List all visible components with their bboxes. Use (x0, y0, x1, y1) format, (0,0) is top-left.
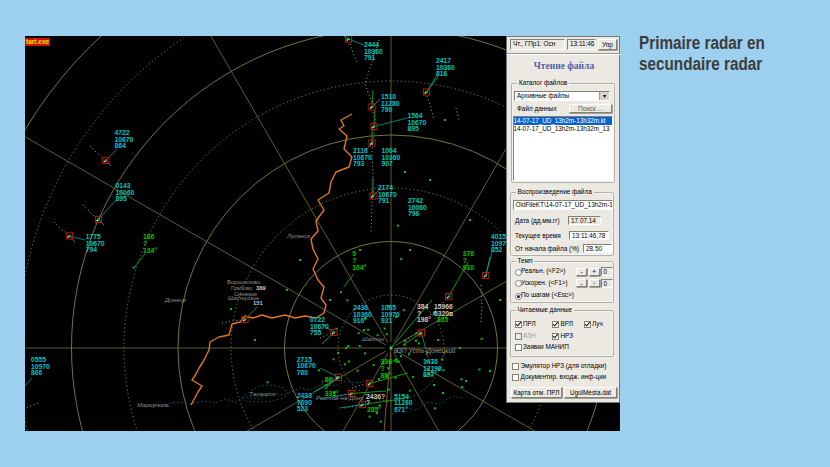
svg-text:134°: 134° (143, 247, 157, 254)
svg-text:Шахты: Шахты (362, 335, 384, 342)
svg-text:916°: 916° (353, 317, 367, 324)
svg-text:971°: 971° (394, 406, 408, 413)
svg-text:86: 86 (325, 376, 333, 383)
svg-text:755: 755 (310, 329, 322, 336)
svg-text:ВЗП Усть-Донецкий: ВЗП Усть-Донецкий (394, 347, 456, 355)
svg-text:816: 816 (436, 70, 448, 77)
svg-text:793: 793 (353, 160, 365, 167)
svg-text:Мариуполь: Мариуполь (137, 401, 169, 408)
svg-text:790: 790 (381, 106, 393, 113)
svg-text:897°: 897° (423, 371, 437, 378)
svg-text:151: 151 (253, 300, 263, 306)
svg-text:760: 760 (297, 369, 309, 376)
svg-text:Таганрог: Таганрог (249, 390, 276, 397)
svg-text:166: 166 (143, 233, 155, 240)
svg-text:852: 852 (491, 246, 503, 253)
svg-text:9: 9 (352, 250, 356, 257)
svg-text:895: 895 (115, 195, 127, 202)
svg-text:907: 907 (382, 160, 394, 167)
svg-text:88°: 88° (381, 372, 392, 379)
svg-text:396: 396 (381, 358, 393, 365)
svg-text:794: 794 (86, 246, 98, 253)
svg-text:791: 791 (378, 197, 390, 204)
svg-text:Донецк: Донецк (164, 296, 187, 303)
svg-text:198°: 198° (417, 316, 431, 323)
svg-text:?: ? (352, 257, 356, 264)
svg-text:910: 910 (463, 264, 475, 271)
svg-text:389: 389 (256, 285, 266, 291)
svg-text:Луганск: Луганск (286, 232, 311, 239)
svg-text:796: 796 (408, 210, 420, 217)
svg-text:866: 866 (31, 369, 43, 376)
svg-text:?: ? (325, 383, 329, 390)
svg-text:791: 791 (364, 54, 376, 61)
svg-text:864: 864 (115, 142, 127, 149)
svg-text:895: 895 (408, 125, 420, 132)
svg-text:?: ? (143, 240, 147, 247)
svg-text:285°: 285° (367, 406, 381, 413)
svg-text:921: 921 (381, 317, 393, 324)
svg-text:Ростов-на-Дону: Ростов-на-Дону (316, 394, 365, 401)
svg-text:?: ? (463, 257, 467, 264)
svg-text:523: 523 (297, 405, 309, 412)
svg-text:104°: 104° (352, 264, 366, 271)
svg-text:376: 376 (463, 250, 475, 257)
svg-text:?: ? (381, 365, 385, 372)
svg-text:835: 835 (437, 316, 449, 323)
